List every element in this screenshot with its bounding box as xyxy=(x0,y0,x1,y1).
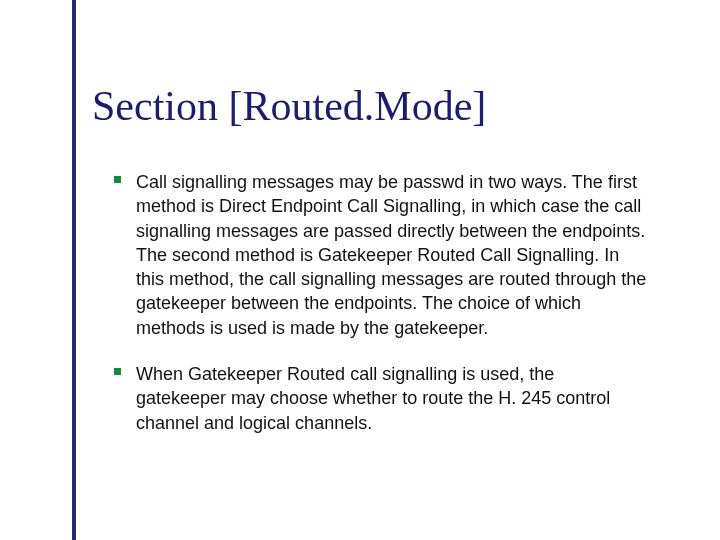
bullet-text: When Gatekeeper Routed call signalling i… xyxy=(136,364,610,433)
slide: Section [Routed.Mode] Call signalling me… xyxy=(0,0,720,540)
accent-bar xyxy=(72,0,76,540)
square-bullet-icon xyxy=(114,368,121,375)
list-item: When Gatekeeper Routed call signalling i… xyxy=(136,362,648,435)
bullet-text: Call signalling messages may be passwd i… xyxy=(136,172,646,338)
list-item: Call signalling messages may be passwd i… xyxy=(136,170,648,340)
slide-body: Call signalling messages may be passwd i… xyxy=(136,170,648,457)
slide-title: Section [Routed.Mode] xyxy=(92,82,486,130)
square-bullet-icon xyxy=(114,176,121,183)
